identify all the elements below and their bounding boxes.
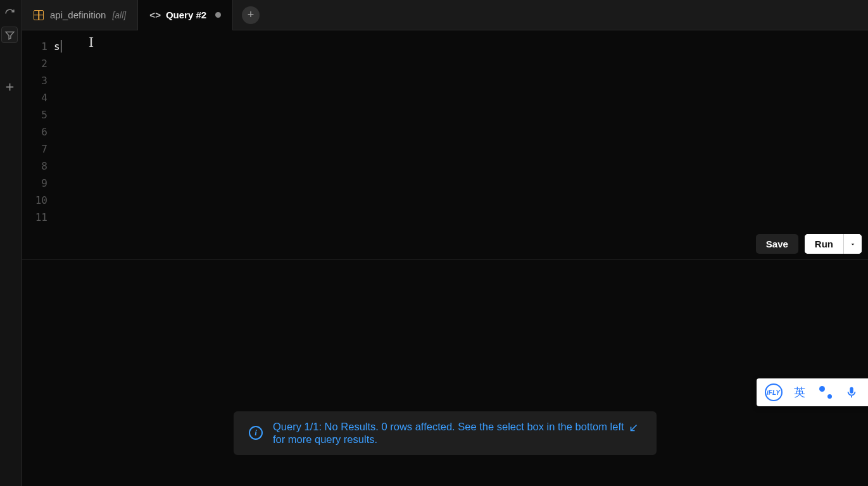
ifly-icon: iFLY	[765, 383, 783, 401]
dots-icon	[819, 385, 833, 399]
results-panel: i Query 1/1: No Results. 0 rows affected…	[22, 259, 868, 486]
run-dropdown-button[interactable]	[843, 234, 862, 254]
text-cursor	[61, 40, 62, 53]
new-tab-button[interactable]: +	[242, 6, 260, 24]
run-button-group: Run	[805, 234, 862, 254]
editor-line-1: s	[54, 38, 868, 55]
ime-mode-button[interactable]	[814, 381, 837, 404]
result-toast: i Query 1/1: No Results. 0 rows affected…	[234, 411, 657, 455]
tab-suffix: [all]	[112, 10, 126, 20]
tab-bar: api_definition [all] < > Query #2 +	[22, 0, 868, 30]
ime-mic-button[interactable]	[840, 381, 863, 404]
microphone-icon	[845, 385, 859, 399]
ime-logo-button[interactable]: iFLY	[762, 381, 785, 404]
editor-actions: Save Run	[756, 234, 862, 254]
svg-rect-0	[851, 396, 852, 398]
refresh-icon	[4, 8, 15, 19]
chevron-down-icon	[849, 240, 857, 248]
plus-icon	[4, 82, 15, 92]
ime-language-label: 英	[794, 385, 805, 400]
tab-label: api_definition	[50, 9, 106, 20]
editor-content[interactable]: s I	[54, 30, 868, 259]
toast-message: Query 1/1: No Results. 0 rows affected. …	[273, 421, 641, 446]
tab-label: Query #2	[166, 9, 206, 20]
filter-button[interactable]	[1, 27, 18, 43]
ime-widget[interactable]: iFLY 英	[757, 378, 868, 406]
filter-icon	[4, 30, 15, 40]
tab-query-2[interactable]: < > Query #2	[138, 0, 233, 30]
code-editor[interactable]: 1234567891011 s I Save Run	[22, 30, 868, 259]
left-sidebar	[0, 0, 22, 486]
table-icon	[34, 10, 44, 20]
save-button[interactable]: Save	[756, 234, 798, 254]
tab-api-definition[interactable]: api_definition [all]	[22, 0, 138, 30]
code-icon: < >	[149, 9, 160, 20]
arrow-down-left-icon	[628, 422, 639, 433]
main-area: api_definition [all] < > Query #2 + 1234…	[22, 0, 868, 486]
run-button[interactable]: Run	[805, 234, 843, 254]
plus-icon: +	[248, 8, 255, 22]
ime-language-button[interactable]: 英	[788, 381, 811, 404]
line-gutter: 1234567891011	[22, 30, 54, 259]
add-button[interactable]	[1, 78, 18, 95]
dirty-indicator-icon	[215, 12, 221, 18]
info-icon: i	[249, 426, 263, 440]
refresh-button[interactable]	[1, 5, 18, 22]
